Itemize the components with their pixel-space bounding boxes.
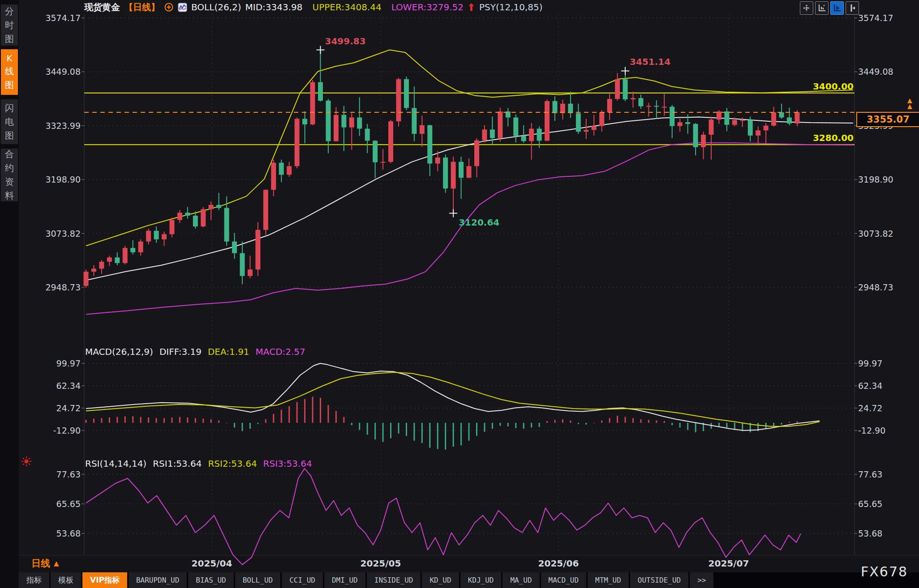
symbol-title: 现货黄金	[84, 1, 120, 13]
app-root: 分时图K线图闪电图合约资料 3400.003280.003499.833451.…	[0, 0, 919, 588]
toolbar-tab-inside-ud[interactable]: INSIDE_UD	[367, 572, 421, 588]
rsi1-value: RSI1:53.64	[153, 458, 202, 469]
toolbar-tab-mtm-ud[interactable]: MTM_UD	[588, 572, 629, 588]
indicator-toolbar: 指标模板VIP指标BARUPDN_UDBIAS_UDBOLL_UDCCI_UDD…	[19, 572, 919, 588]
rsi3-value: RSI3:53.64	[263, 458, 312, 469]
toolbar-tab-指标[interactable]: 指标	[19, 572, 49, 588]
watermark: FX678	[861, 564, 908, 579]
mini-chart-icon[interactable]	[178, 3, 187, 12]
macd-dea-value: DEA:1.91	[208, 346, 249, 357]
add-indicator-icon[interactable]	[164, 2, 174, 12]
period-selector-label: 日线	[31, 557, 50, 570]
axis-shift-icon[interactable]	[846, 1, 859, 15]
toolbar-tab-模板[interactable]: 模板	[51, 572, 81, 588]
toolbar-tab-kdj-ud[interactable]: KDJ_UD	[460, 572, 502, 588]
chart-plot-area[interactable]	[0, 0, 919, 588]
toolbar-tab-barupdn-ud[interactable]: BARUPDN_UD	[129, 572, 187, 588]
toolbar-tab-kd-ud[interactable]: KD_UD	[422, 572, 459, 588]
toolbar-more-button[interactable]: >>	[690, 572, 713, 588]
price-up-arrows-icon: ▲▲	[907, 98, 912, 109]
pan-tool-icon[interactable]	[800, 1, 813, 15]
toolbar-tab-vip指标[interactable]: VIP指标	[82, 572, 127, 588]
macd-diff-value: DIFF:3.19	[159, 346, 202, 357]
macd-title-row: MACD(26,12,9) DIFF:3.19 DEA:1.91 MACD:2.…	[85, 346, 305, 357]
toolbar-tab-outside-ud[interactable]: OUTSIDE_UD	[630, 572, 688, 588]
macd-params: MACD(26,12,9)	[85, 346, 153, 357]
triangle-up-icon: ▲	[54, 559, 59, 567]
period-selector-button[interactable]: 日线 ▲	[31, 557, 59, 570]
boll-label: BOLL(26,2)	[191, 2, 241, 13]
toolbar-tab-boll-ud[interactable]: BOLL_UD	[235, 572, 280, 588]
alert-dot-icon	[21, 456, 32, 469]
rsi-title-row: RSI(14,14,14) RSI1:53.64 RSI2:53.64 RSI3…	[85, 458, 312, 469]
period-tag[interactable]: 【日线】	[124, 1, 160, 13]
chart-header: 现货黄金 【日线】 BOLL(26,2) MID:3343.98 UPPER:3…	[84, 0, 543, 14]
axis-scale-icon[interactable]	[815, 1, 829, 15]
toolbar-tab-dmi-ud[interactable]: DMI_UD	[324, 572, 365, 588]
boll-mid-value: MID:3343.98	[245, 2, 303, 13]
psy-label: PSY(12,10,85)	[479, 2, 543, 13]
toolbar-tab-ma-ud[interactable]: MA_UD	[502, 572, 539, 588]
boll-lower-value: LOWER:3279.52	[391, 2, 464, 13]
rsi2-value: RSI2:53.64	[208, 458, 257, 469]
toolbar-tab-macd-ud[interactable]: MACD_UD	[541, 572, 586, 588]
toolbar-tab-bias-ud[interactable]: BIAS_UD	[188, 572, 233, 588]
rsi-params: RSI(14,14,14)	[85, 458, 146, 469]
chart-view-buttons	[800, 1, 859, 15]
toolbar-tab-cci-ud[interactable]: CCI_UD	[282, 572, 323, 588]
macd-macd-value: MACD:2.57	[256, 346, 305, 357]
current-price-tag: 3355.07	[856, 112, 919, 127]
axis-play-icon[interactable]	[830, 1, 844, 15]
boll-upper-value: UPPER:3408.44	[313, 2, 382, 13]
up-arrow-icon	[468, 2, 475, 12]
